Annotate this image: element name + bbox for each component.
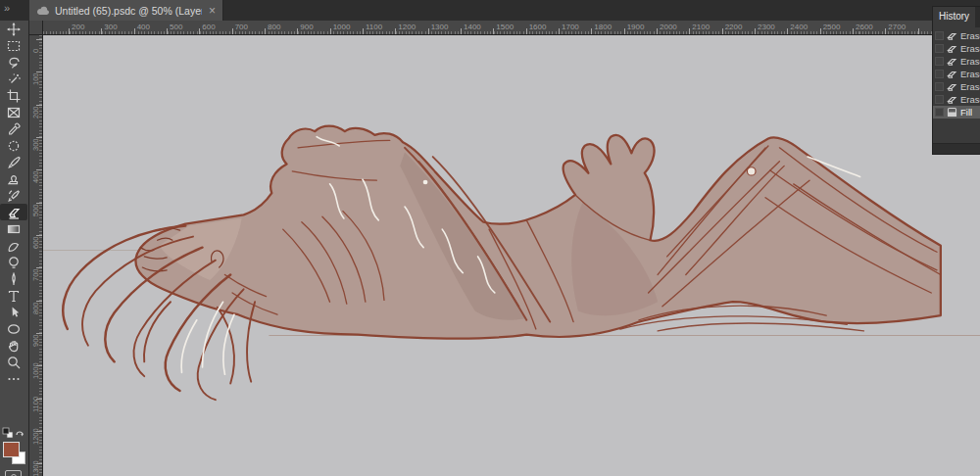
history-entry-label: Eraser	[960, 81, 980, 92]
history-entry-eraser[interactable]: Eraser	[933, 68, 980, 80]
ruler-h-label: 2000	[657, 23, 677, 31]
ruler-h-label: 800	[265, 23, 280, 31]
foreground-color-swatch[interactable]	[3, 442, 20, 457]
ruler-h-label: 1400	[461, 23, 481, 31]
collapse-panels-icon[interactable]: »	[4, 2, 9, 14]
history-tab-hi[interactable]: Hi	[975, 7, 980, 27]
ruler-corner	[29, 21, 43, 35]
ruler-h-label: 700	[232, 23, 248, 31]
ruler-v-label: 500	[31, 204, 40, 216]
history-panel: HistoryHi EraserEraserEraserEraserEraser…	[932, 6, 980, 155]
ruler-h-label: 1600	[526, 23, 547, 31]
ruler-h-label: 2500	[820, 23, 841, 31]
history-source-well[interactable]	[935, 70, 944, 78]
history-source-well[interactable]	[935, 95, 944, 104]
move-tool[interactable]	[0, 21, 27, 37]
ruler-h-label: 900	[297, 23, 313, 31]
history-panel-tabs: HistoryHi	[933, 7, 980, 27]
artwork-reclining-figure-sketch	[43, 35, 980, 476]
dodge-tool[interactable]	[0, 254, 27, 270]
eyedropper-tool[interactable]	[0, 120, 27, 137]
history-entry-eraser[interactable]: Eraser	[933, 80, 980, 93]
ruler-h-label: 200	[69, 23, 84, 31]
vertical-ruler[interactable]: 0100200300400500600700800900100011001200…	[29, 35, 43, 476]
history-tab-history[interactable]: History	[933, 7, 975, 27]
rectangular-marquee-tool[interactable]	[0, 37, 27, 54]
document-canvas[interactable]	[43, 35, 980, 476]
history-entry-label: Eraser	[960, 43, 980, 54]
history-brush-tool[interactable]	[0, 187, 27, 204]
cloud-icon	[36, 6, 50, 16]
photoshop-window: » Untitled (65).psdc @ 50% (Layer 13, RG…	[0, 0, 980, 476]
history-source-well[interactable]	[935, 44, 944, 53]
ruler-v-label: 600	[31, 236, 40, 249]
ruler-h-label: 1700	[559, 23, 579, 31]
spot-healing-brush-tool[interactable]	[0, 137, 27, 154]
ruler-h-label: 1200	[395, 23, 416, 31]
zoom-tool[interactable]	[0, 354, 27, 370]
brush-tool[interactable]	[0, 154, 27, 170]
ruler-h-label: 1900	[624, 23, 645, 31]
ellipse-tool[interactable]	[0, 320, 27, 337]
history-entry-label: Eraser	[960, 69, 980, 79]
ruler-h-label: 2200	[722, 23, 743, 31]
ruler-h-label: 500	[167, 23, 182, 31]
history-entry-label: Eraser	[960, 30, 980, 41]
ruler-v-label: 200	[31, 106, 40, 119]
tools-panel	[0, 21, 29, 476]
path-selection-tool[interactable]	[0, 304, 27, 320]
eraser-tool[interactable]	[0, 204, 27, 220]
magic-wand-tool[interactable]	[0, 71, 27, 87]
ruler-h-label: 300	[101, 23, 117, 31]
history-entry-label: Eraser	[960, 94, 980, 105]
ruler-h-label: 2700	[885, 23, 906, 31]
gradient-tool[interactable]	[0, 220, 27, 237]
ruler-v-label: 1300	[31, 461, 40, 476]
history-source-well[interactable]	[935, 82, 944, 91]
ruler-h-label: 2400	[787, 23, 808, 31]
history-entry-label: Fill	[960, 107, 972, 118]
ruler-h-label: 1800	[591, 23, 612, 31]
crop-tool[interactable]	[0, 87, 27, 104]
ruler-h-label: 600	[199, 23, 215, 31]
color-controls	[2, 426, 25, 439]
history-source-well[interactable]	[935, 57, 944, 66]
swap-colors-icon[interactable]	[17, 432, 24, 437]
horizontal-ruler[interactable]: 2003004005006007008009001000110012001300…	[43, 21, 980, 35]
history-entries: EraserEraserEraserEraserEraserEraserFill	[933, 27, 980, 119]
frame-tool[interactable]	[0, 104, 27, 120]
history-entry-eraser[interactable]: Eraser	[933, 55, 980, 68]
smudge-tool[interactable]	[0, 237, 27, 254]
ruler-h-label: 1300	[428, 23, 449, 31]
hand-tool[interactable]	[0, 337, 27, 354]
clone-stamp-tool[interactable]	[0, 170, 27, 187]
history-entry-eraser[interactable]: Eraser	[933, 93, 980, 106]
ruler-h-label: 1100	[363, 23, 382, 31]
ruler-v-label: 900	[31, 334, 40, 347]
ruler-h-label: 1500	[493, 23, 514, 31]
ruler-h-label: 2600	[853, 23, 873, 31]
type-tool[interactable]	[0, 287, 27, 304]
ruler-v-label: 0	[31, 49, 40, 53]
ruler-v-label: 1100	[31, 397, 40, 412]
history-entry-eraser[interactable]: Eraser	[933, 42, 980, 55]
lasso-tool[interactable]	[0, 54, 27, 71]
ruler-h-label: 400	[134, 23, 150, 31]
default-colors-icon[interactable]	[3, 428, 13, 438]
history-entry-label: Eraser	[960, 56, 980, 67]
document-title: Untitled (65).psdc @ 50% (Layer 13, RGB/…	[55, 5, 202, 17]
history-entry-eraser[interactable]: Eraser	[933, 29, 980, 42]
ruler-v-label: 300	[31, 138, 40, 151]
document-tab[interactable]: Untitled (65).psdc @ 50% (Layer 13, RGB/…	[29, 0, 223, 21]
history-entry-fill[interactable]: Fill	[933, 106, 980, 119]
history-source-well[interactable]	[935, 108, 944, 117]
edit-toolbar-button[interactable]	[0, 370, 27, 387]
pen-tool[interactable]	[0, 270, 27, 287]
ruler-h-label: 1000	[330, 23, 351, 31]
close-tab-icon[interactable]: ×	[209, 4, 216, 18]
history-panel-footer	[933, 143, 980, 154]
ruler-v-label: 100	[31, 73, 40, 86]
quick-mask-button[interactable]	[5, 470, 22, 476]
ruler-v-label: 400	[31, 171, 40, 184]
history-source-well[interactable]	[935, 31, 944, 40]
